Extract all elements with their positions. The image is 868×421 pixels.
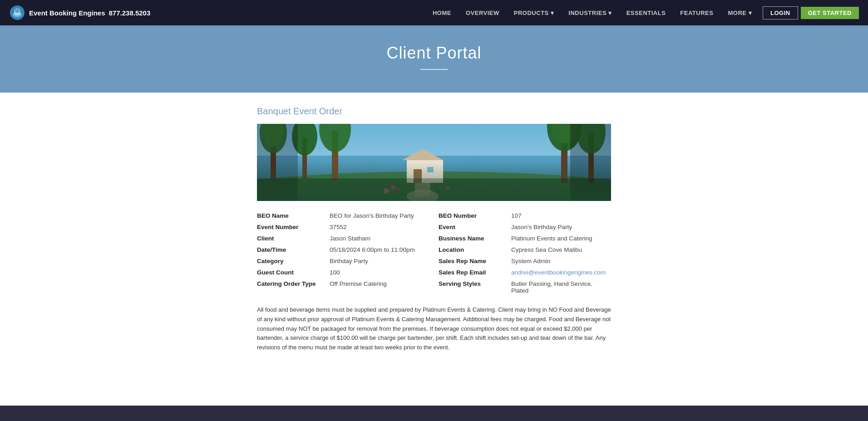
brand-name: Event Booking Engines	[29, 9, 105, 17]
beo-field-value2: Platinum Events and Catering	[511, 233, 611, 244]
section-title: Banquet Event Order	[257, 106, 611, 117]
svg-point-23	[407, 190, 439, 201]
login-button[interactable]: LOGIN	[763, 6, 798, 20]
navbar: Event Booking Engines 877.238.5203 HOME …	[0, 0, 868, 25]
svg-point-26	[396, 188, 399, 191]
beo-field-label: Guest Count	[257, 267, 330, 278]
svg-rect-22	[427, 167, 434, 172]
beo-field-label2: Sales Rep Email	[439, 267, 511, 278]
hero-banner: Client Portal	[0, 25, 868, 93]
beo-field-label: Catering Order Type	[257, 278, 330, 296]
beo-field-value2: Cypress Sea Cove Malibu	[511, 244, 611, 255]
beo-field-value: Off Premise Catering	[330, 278, 439, 296]
nav-home[interactable]: HOME	[425, 0, 459, 25]
beo-field-label: Category	[257, 255, 330, 267]
beo-field-label: BEO Name	[257, 210, 330, 221]
svg-rect-19	[407, 160, 443, 183]
venue-image	[257, 124, 611, 201]
nav-features[interactable]: FEATURES	[673, 0, 720, 25]
nav-products[interactable]: PRODUCTS ▾	[507, 0, 562, 25]
beo-field-value: Birthday Party	[330, 255, 439, 267]
svg-rect-31	[257, 178, 611, 201]
brand-logo-icon	[9, 5, 25, 21]
beo-field-value: BEO for Jason's Birthday Party	[330, 210, 439, 221]
nav-industries[interactable]: INDUSTRIES ▾	[561, 0, 619, 25]
svg-point-6	[257, 171, 611, 201]
brand: Event Booking Engines 877.238.5203	[9, 5, 150, 21]
beo-table-row: BEO NameBEO for Jason's Birthday PartyBE…	[257, 210, 611, 221]
svg-point-3	[15, 9, 20, 13]
beo-field-label2: Event	[439, 221, 511, 233]
nav-more[interactable]: MORE ▾	[720, 0, 759, 25]
beo-table-row: Date/Time05/18/2024 6:00pm to 11:00pmLoc…	[257, 244, 611, 255]
nav-overview[interactable]: OVERVIEW	[459, 0, 507, 25]
beo-field-label: Event Number	[257, 221, 330, 233]
nav-links: HOME OVERVIEW PRODUCTS ▾ INDUSTRIES ▾ ES…	[425, 0, 859, 25]
svg-rect-24	[415, 183, 430, 196]
beo-field-label2: Business Name	[439, 233, 511, 244]
beo-field-label2: Location	[439, 244, 511, 255]
venue-scene-svg	[257, 124, 611, 201]
svg-point-25	[391, 185, 395, 190]
beo-field-value: Jason Statham	[330, 233, 439, 244]
beo-field-value2: System Admin	[511, 255, 611, 267]
beo-table-row: Guest Count100Sales Rep Emailandrei@even…	[257, 267, 611, 278]
svg-point-27	[384, 188, 389, 194]
beo-field-label2: Serving Styles	[439, 278, 511, 296]
beo-table-row: ClientJason StathamBusiness NamePlatinum…	[257, 233, 611, 244]
hero-title: Client Portal	[9, 44, 859, 63]
beo-table-row: Catering Order TypeOff Premise CateringS…	[257, 278, 611, 296]
beo-field-label2: Sales Rep Name	[439, 255, 511, 267]
beo-field-label: Date/Time	[257, 244, 330, 255]
disclaimer-text: All food and beverage items must be supp…	[257, 305, 611, 352]
beo-field-value2: Jason's Birthday Party	[511, 221, 611, 233]
beo-details-table: BEO NameBEO for Jason's Birthday PartyBE…	[257, 210, 611, 296]
beo-field-label: Client	[257, 233, 330, 244]
svg-rect-29	[257, 124, 298, 201]
beo-field-value2[interactable]: andrei@eventbookingengines.com	[511, 267, 611, 278]
beo-field-label2: BEO Number	[439, 210, 511, 221]
beo-field-value: 37552	[330, 221, 439, 233]
beo-table-row: Event Number37552EventJason's Birthday P…	[257, 221, 611, 233]
beo-field-value: 05/18/2024 6:00pm to 11:00pm	[330, 244, 439, 255]
beo-table-row: CategoryBirthday PartySales Rep NameSyst…	[257, 255, 611, 267]
main-content: Banquet Event Order	[248, 106, 620, 352]
svg-rect-21	[414, 169, 422, 183]
svg-rect-30	[570, 124, 611, 201]
sales-rep-email-link[interactable]: andrei@eventbookingengines.com	[511, 269, 606, 276]
get-started-button[interactable]: GET STARTED	[801, 7, 859, 19]
hero-divider	[420, 69, 448, 70]
beo-field-value: 100	[330, 267, 439, 278]
beo-field-value2: Butler Passing, Hand Service, Plated	[511, 278, 611, 296]
beo-field-value2: 107	[511, 210, 611, 221]
brand-phone: 877.238.5203	[109, 9, 151, 17]
svg-point-28	[446, 186, 449, 190]
nav-essentials[interactable]: ESSENTIALS	[619, 0, 673, 25]
